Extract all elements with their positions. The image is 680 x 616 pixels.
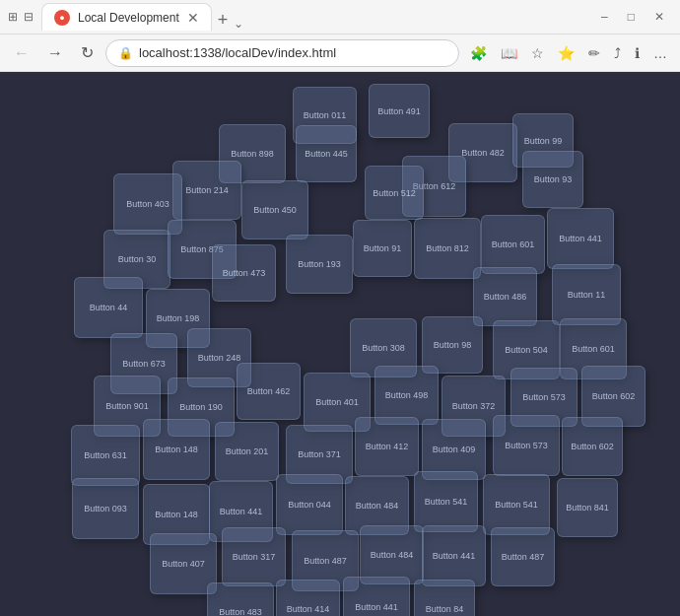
- content-area: Button 011Button 491Button 898Button 445…: [0, 72, 680, 616]
- active-tab[interactable]: ● Local Development ✕: [41, 3, 212, 31]
- notes-button[interactable]: ✏: [583, 41, 605, 65]
- tab-favicon: ●: [54, 10, 70, 26]
- button-card[interactable]: Button 412: [355, 417, 419, 476]
- button-card[interactable]: Button 441: [343, 577, 410, 616]
- forward-button[interactable]: →: [41, 40, 69, 66]
- button-card[interactable]: Button 148: [143, 419, 210, 480]
- button-card[interactable]: Button 317: [222, 527, 286, 586]
- button-card[interactable]: Button 483: [207, 582, 274, 616]
- tab-title: Local Development: [78, 11, 179, 25]
- nav-icons: 🧩 📖 ☆ ⭐ ✏ ⤴ ℹ …: [465, 41, 672, 65]
- button-card[interactable]: Button 445: [296, 125, 357, 182]
- new-tab-button[interactable]: +: [212, 10, 235, 31]
- button-card[interactable]: Button 473: [212, 244, 276, 302]
- url-text: localhost:1338/localDev/index.html: [139, 45, 336, 60]
- back-button[interactable]: ←: [8, 40, 35, 66]
- button-card[interactable]: Button 602: [562, 417, 623, 476]
- title-bar: ⊞ ⊟ ● Local Development ✕ + ⌄ – □ ✕: [0, 0, 680, 34]
- lock-icon: 🔒: [118, 46, 133, 60]
- tab-menu-button[interactable]: ⌄: [234, 17, 243, 31]
- button-card[interactable]: Button 841: [557, 478, 618, 537]
- button-card[interactable]: Button 462: [237, 363, 301, 420]
- button-card[interactable]: Button 441: [422, 525, 486, 586]
- button-card[interactable]: Button 631: [71, 425, 140, 486]
- button-card[interactable]: Button 44: [74, 277, 143, 338]
- button-card[interactable]: Button 441: [547, 208, 614, 269]
- reading-view-button[interactable]: 📖: [496, 41, 522, 65]
- tab-area: ● Local Development ✕ + ⌄: [41, 3, 589, 31]
- button-card[interactable]: Button 044: [276, 474, 343, 535]
- button-card[interactable]: Button 11: [552, 264, 621, 325]
- button-card[interactable]: Button 91: [353, 220, 412, 277]
- window-controls: – □ ✕: [593, 8, 672, 26]
- button-card[interactable]: Button 512: [365, 166, 424, 220]
- more-button[interactable]: …: [648, 41, 672, 65]
- button-card[interactable]: Button 573: [493, 415, 560, 476]
- refresh-button[interactable]: ↻: [75, 39, 100, 66]
- share-button[interactable]: ⤴: [609, 41, 626, 65]
- button-card[interactable]: Button 498: [374, 366, 439, 425]
- button-card[interactable]: Button 541: [483, 474, 550, 535]
- button-card[interactable]: Button 487: [491, 527, 555, 586]
- tab-close-button[interactable]: ✕: [187, 10, 199, 26]
- button-card[interactable]: Button 601: [481, 215, 545, 274]
- button-card[interactable]: Button 812: [414, 218, 481, 279]
- minimize-button[interactable]: –: [593, 8, 616, 26]
- extensions-button[interactable]: 🧩: [465, 41, 492, 65]
- button-card[interactable]: Button 486: [473, 267, 537, 326]
- favorites-button[interactable]: ☆: [526, 41, 549, 65]
- nav-bar: ← → ↻ 🔒 localhost:1338/localDev/index.ht…: [0, 34, 680, 72]
- button-card[interactable]: Button 193: [286, 235, 353, 294]
- browser-window: ⊞ ⊟ ● Local Development ✕ + ⌄ – □ ✕ ← → …: [0, 0, 680, 616]
- button-card[interactable]: Button 491: [369, 84, 430, 138]
- button-card[interactable]: Button 84: [414, 580, 475, 616]
- info-button[interactable]: ℹ: [630, 41, 645, 65]
- button-card[interactable]: Button 201: [215, 422, 279, 481]
- address-bar[interactable]: 🔒 localhost:1338/localDev/index.html: [105, 39, 459, 67]
- button-card[interactable]: Button 450: [241, 180, 308, 240]
- maximize-button[interactable]: □: [620, 8, 643, 26]
- button-card[interactable]: Button 484: [360, 525, 424, 584]
- button-card[interactable]: Button 541: [414, 471, 478, 532]
- button-card[interactable]: Button 214: [172, 161, 241, 220]
- button-card[interactable]: Button 93: [522, 151, 583, 208]
- close-button[interactable]: ✕: [646, 8, 672, 26]
- button-card[interactable]: Button 093: [72, 478, 139, 539]
- button-card[interactable]: Button 414: [276, 580, 340, 616]
- collections-button[interactable]: ⭐: [553, 41, 579, 65]
